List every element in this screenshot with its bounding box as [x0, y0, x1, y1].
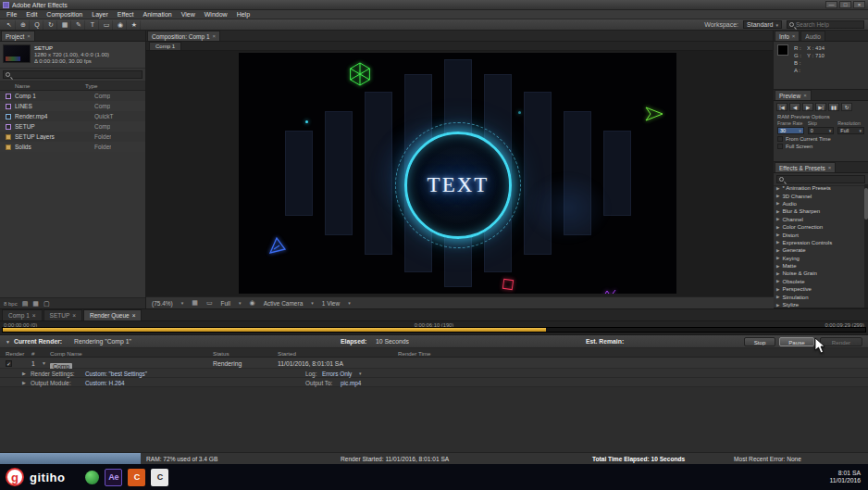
column-number[interactable]: # [31, 350, 34, 357]
close-icon[interactable]: × [27, 33, 31, 39]
twirl-icon[interactable]: ▼ [6, 339, 10, 345]
start-icon[interactable] [85, 471, 99, 484]
play-button[interactable]: ▶ [802, 103, 813, 111]
stop-button[interactable]: Stop [744, 337, 775, 346]
effects-category[interactable]: ▶Channel [774, 216, 864, 223]
project-item[interactable]: Solids Folder [0, 142, 145, 152]
previous-frame-button[interactable]: ◀ [789, 103, 800, 111]
maximize-button[interactable]: □ [839, 1, 851, 8]
project-item[interactable]: Render.mp4 QuickT [0, 111, 145, 121]
twirl-icon[interactable]: ▼ [42, 360, 46, 366]
pen-tool-icon[interactable]: ✎ [73, 20, 85, 30]
after-effects-taskbar-icon[interactable]: Ae [105, 469, 122, 486]
zoom-dropdown[interactable]: (75.4%) [152, 300, 173, 307]
twirl-icon[interactable]: ▶ [776, 186, 779, 191]
twirl-icon[interactable]: ▶ [776, 201, 779, 206]
grid-options-icon[interactable]: ▦ [192, 299, 198, 307]
close-button[interactable]: × [853, 1, 865, 8]
twirl-icon[interactable]: ▶ [776, 287, 779, 292]
full-screen-checkbox[interactable] [777, 144, 783, 149]
project-item[interactable]: SETUP Comp [0, 121, 145, 132]
twirl-icon[interactable]: ▶ [776, 209, 779, 214]
menu-animation[interactable]: Animation [139, 11, 177, 18]
effects-category[interactable]: ▶Generate [774, 246, 864, 254]
twirl-icon[interactable]: ▶ [776, 279, 779, 283]
project-item[interactable]: Comp 1 Comp [0, 91, 145, 101]
twirl-icon[interactable]: ▶ [776, 232, 779, 237]
column-type[interactable]: Type [85, 82, 97, 89]
effects-category[interactable]: ▶Perspective [774, 285, 864, 293]
effects-category[interactable]: ▶* Animation Presets [774, 184, 864, 192]
twirl-icon[interactable]: ▶ [776, 240, 779, 245]
project-item[interactable]: SETUP Layers Folder [0, 132, 145, 142]
tab-audio[interactable]: Audio [800, 31, 825, 41]
tab-render-queue[interactable]: Render Queue × [83, 309, 142, 320]
effects-category[interactable]: ▶Stylize [774, 301, 864, 308]
queue-item-row[interactable]: ✓ 1 ▼ Comp 1 Rendering 11/01/2016, 8:01:… [0, 358, 868, 369]
zoom-tool-icon[interactable]: Q [31, 20, 43, 30]
tab-preview[interactable]: Preview × [775, 90, 812, 100]
menu-composition[interactable]: Composition [42, 11, 87, 18]
first-frame-button[interactable]: |◀ [776, 103, 787, 111]
twirl-icon[interactable]: ▶ [22, 380, 26, 385]
menu-edit[interactable]: Edit [21, 11, 42, 18]
camera-tool-icon[interactable]: ▦ [59, 20, 71, 30]
twirl-icon[interactable]: ▶ [776, 264, 779, 269]
ram-preview-button[interactable]: ▮▮ [828, 103, 839, 111]
output-module-value[interactable]: Custom: H.264 [85, 380, 125, 386]
scrollbar-thumb[interactable] [864, 188, 868, 220]
tab-setup-timeline[interactable]: SETUP × [43, 309, 82, 320]
viewer-tab-comp1[interactable]: Comp 1 [149, 42, 181, 50]
project-item[interactable]: LINES Comp [0, 101, 145, 111]
help-search-input[interactable] [796, 21, 862, 28]
effects-category[interactable]: ▶Expression Controls [774, 239, 864, 246]
column-name[interactable]: Name [0, 82, 85, 89]
workspace-dropdown[interactable]: Standard ▾ [743, 20, 782, 29]
scrollbar[interactable] [864, 184, 868, 308]
column-status[interactable]: Status [213, 350, 229, 357]
effects-category[interactable]: ▶Distort [774, 231, 864, 238]
bit-depth-label[interactable]: 8 bpc [4, 301, 18, 307]
shape-tool-icon[interactable]: ▭ [101, 20, 113, 30]
resolution-dropdown[interactable]: Full ▾ [837, 127, 864, 134]
loop-button[interactable]: ↻ [841, 103, 852, 111]
effects-category[interactable]: ▶Blur & Sharpen [774, 207, 864, 215]
effects-category[interactable]: ▶3D Channel [774, 192, 864, 199]
effects-category[interactable]: ▶Noise & Grain [774, 270, 864, 277]
twirl-icon[interactable]: ▶ [776, 248, 779, 253]
project-search-input[interactable] [12, 71, 140, 78]
effects-category[interactable]: ▶Obsolete [774, 278, 864, 285]
effects-category[interactable]: ▶Matte [774, 262, 864, 270]
render-button[interactable]: Render [820, 337, 862, 346]
column-comp-name[interactable]: Comp Name [50, 350, 82, 357]
app-c-white-icon[interactable]: C [151, 469, 168, 486]
twirl-icon[interactable]: ▶ [776, 256, 779, 260]
new-folder-icon[interactable]: ▤ [22, 300, 29, 308]
active-camera-dropdown[interactable]: Active Camera [264, 300, 304, 307]
resolution-dropdown[interactable]: Full [221, 300, 230, 307]
menu-effect[interactable]: Effect [113, 11, 139, 18]
close-icon[interactable]: × [72, 312, 76, 319]
twirl-icon[interactable]: ▶ [776, 194, 779, 198]
taskbar-clock[interactable]: 8:01 SA 11/01/2016 [829, 470, 862, 484]
output-to-value[interactable]: pic.mp4 [341, 380, 361, 386]
close-icon[interactable]: × [792, 33, 796, 39]
tab-composition[interactable]: Composition: Comp 1 × [147, 31, 220, 41]
column-render-time[interactable]: Render Time [398, 350, 430, 357]
minimize-button[interactable]: — [825, 1, 837, 8]
twirl-icon[interactable]: ▶ [776, 271, 779, 276]
close-icon[interactable]: × [32, 312, 36, 319]
project-search-box[interactable] [3, 70, 143, 79]
twirl-icon[interactable]: ▶ [776, 217, 779, 221]
help-search-box[interactable] [787, 20, 864, 29]
hand-tool-icon[interactable]: ⊕ [18, 20, 30, 30]
effects-search-input[interactable] [786, 176, 862, 182]
pixel-aspect-icon[interactable]: ◉ [250, 299, 255, 307]
close-icon[interactable]: × [213, 33, 217, 39]
last-frame-button[interactable]: ▶| [815, 103, 826, 111]
column-started[interactable]: Started [278, 350, 296, 357]
tab-effects-presets[interactable]: Effects & Presets × [775, 162, 836, 172]
twirl-icon[interactable]: ▶ [776, 303, 779, 308]
new-composition-icon[interactable]: ▦ [32, 300, 39, 308]
puppet-tool-icon[interactable]: ◉ [115, 20, 127, 30]
